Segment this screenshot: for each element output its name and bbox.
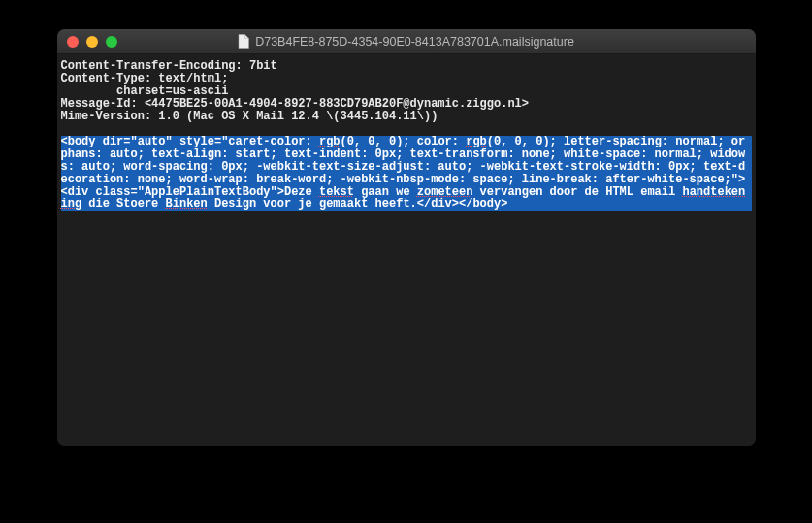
traffic-lights — [67, 36, 117, 48]
maximize-icon[interactable] — [106, 36, 117, 48]
spell-underline: Binken — [166, 197, 208, 211]
header-line: Content-Transfer-Encoding: 7bit — [61, 60, 752, 73]
header-line: Message-Id: <4475BE25-00A1-4904-8927-883… — [61, 98, 752, 111]
header-line: charset=us-ascii — [61, 85, 752, 98]
titlebar[interactable]: D73B4FE8-875D-4354-90E0-8413A783701A.mai… — [57, 29, 756, 54]
header-line: Content-Type: text/html; — [61, 73, 752, 85]
spell-underline: zometeen — [417, 185, 473, 199]
spell-underline: rgb — [466, 135, 487, 148]
minimize-icon[interactable] — [86, 36, 98, 48]
header-line: Mime-Version: 1.0 (Mac OS X Mail 12.4 \(… — [61, 111, 752, 123]
spell-underline: rgb — [319, 135, 341, 148]
selected-body[interactable]: <body dir="auto" style="caret-color: rgb… — [61, 136, 752, 212]
close-icon[interactable] — [67, 36, 79, 48]
window-title: D73B4FE8-875D-4354-90E0-8413A783701A.mai… — [255, 35, 574, 49]
spell-underline: tekst — [319, 185, 354, 199]
editor-window: D73B4FE8-875D-4354-90E0-8413A783701A.mai… — [57, 29, 756, 446]
document-icon — [238, 34, 249, 49]
editor-area[interactable]: Content-Transfer-Encoding: 7bit Content-… — [57, 54, 756, 446]
title-wrap: D73B4FE8-875D-4354-90E0-8413A783701A.mai… — [57, 34, 756, 49]
